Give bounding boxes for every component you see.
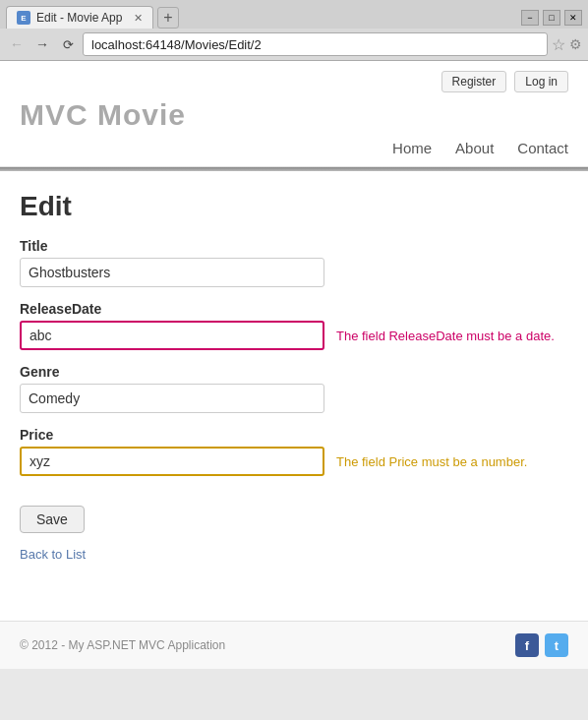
price-group: Price The field Price must be a number. [20,427,568,476]
footer-copyright: © 2012 - My ASP.NET MVC Application [20,638,225,652]
release-date-error: The field ReleaseDate must be a date. [336,329,555,343]
address-bar[interactable]: localhost:64148/Movies/Edit/2 [83,32,548,56]
genre-input[interactable] [20,384,324,413]
favicon: E [17,11,30,25]
nav-home[interactable]: Home [392,140,432,156]
genre-label: Genre [20,364,568,380]
title-input[interactable] [20,258,324,287]
forward-button[interactable]: → [31,33,53,55]
genre-group: Genre [20,364,568,413]
site-nav: Home About Contact [20,140,568,166]
settings-icon[interactable]: ⚙ [569,36,582,52]
social-icons: f t [515,633,568,657]
nav-contact[interactable]: Contact [517,140,568,156]
header-top: Register Log in [20,71,568,92]
address-bar-row: ← → ⟳ localhost:64148/Movies/Edit/2 ☆ ⚙ [0,29,588,60]
release-date-group: ReleaseDate The field ReleaseDate must b… [20,301,568,350]
release-date-input[interactable] [20,321,324,350]
release-date-label: ReleaseDate [20,301,568,317]
back-to-list-link[interactable]: Back to List [20,547,568,562]
price-input[interactable] [20,447,324,476]
title-label: Title [20,238,568,254]
main-content: Edit Title ReleaseDate The field Release… [0,171,588,581]
bookmark-icon[interactable]: ☆ [552,35,565,54]
page-heading: Edit [20,191,568,222]
price-row: The field Price must be a number. [20,447,568,476]
refresh-button[interactable]: ⟳ [57,33,79,55]
tab-title: Edit - Movie App [36,11,128,25]
back-button[interactable]: ← [6,33,28,55]
page-wrapper: Register Log in MVC Movie Home About Con… [0,61,588,669]
twitter-icon[interactable]: t [545,633,568,657]
tab-bar: E Edit - Movie App ✕ + − □ ✕ [0,0,588,29]
release-date-row: The field ReleaseDate must be a date. [20,321,568,350]
window-controls: − □ ✕ [521,10,582,26]
tab-close-button[interactable]: ✕ [134,12,143,25]
browser-chrome: E Edit - Movie App ✕ + − □ ✕ ← → ⟳ local… [0,0,588,61]
price-label: Price [20,427,568,443]
site-title: MVC Movie [20,98,568,132]
title-group: Title [20,238,568,287]
site-header: Register Log in MVC Movie Home About Con… [0,61,588,167]
price-error: The field Price must be a number. [336,454,527,469]
login-button[interactable]: Log in [514,71,568,92]
browser-tab[interactable]: E Edit - Movie App ✕ [6,6,153,29]
maximize-button[interactable]: □ [543,10,560,26]
facebook-icon[interactable]: f [515,633,539,657]
nav-about[interactable]: About [455,140,494,156]
new-tab-button[interactable]: + [157,7,179,29]
save-button[interactable]: Save [20,506,85,533]
site-footer: © 2012 - My ASP.NET MVC Application f t [0,621,588,669]
minimize-button[interactable]: − [521,10,539,26]
close-button[interactable]: ✕ [564,10,582,26]
register-button[interactable]: Register [441,71,507,92]
